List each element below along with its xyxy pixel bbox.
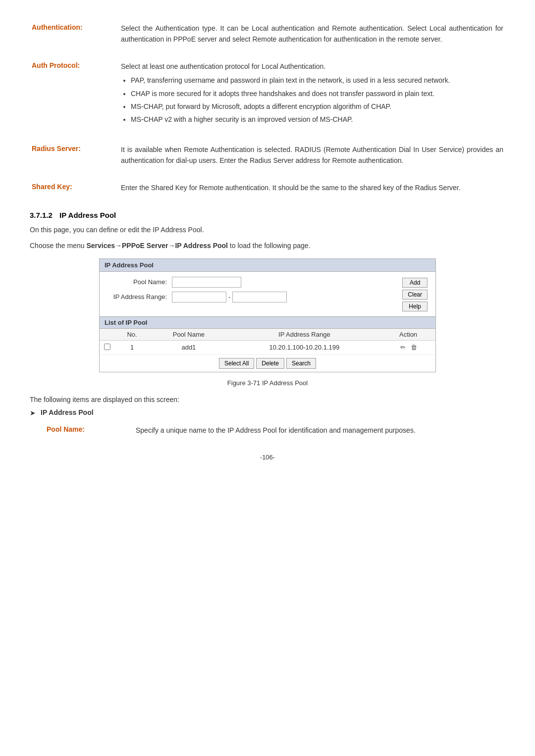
auth-protocol-content: Select at least one authentication proto…	[119, 58, 505, 131]
ip-address-pool-widget: IP Address Pool Pool Name: IP Address Ra…	[99, 258, 436, 372]
col-no: No.	[114, 329, 150, 341]
pool-name-field-label: Pool Name:	[45, 422, 134, 439]
list-header: List of IP Pool	[100, 316, 435, 329]
ip-range-row: IP Address Range: -	[107, 292, 397, 302]
action-icons: ✏ 🗑	[385, 343, 431, 352]
table-actions: Select All Delete Search	[100, 355, 435, 372]
select-all-button[interactable]: Select All	[219, 358, 254, 369]
bullet-pap: PAP, transferring username and password …	[131, 75, 503, 86]
delete-icon[interactable]: 🗑	[409, 343, 418, 352]
pool-name-row: Pool Name:	[107, 277, 397, 288]
row-no: 1	[114, 340, 150, 354]
shared-key-label: Shared Key:	[30, 179, 119, 196]
pool-name-section: Pool Name: Specify a unique name to the …	[45, 422, 520, 439]
widget-form: Pool Name: IP Address Range: -	[107, 277, 397, 311]
pool-name-label: Pool Name:	[107, 278, 172, 286]
bullet-mschap: MS-CHAP, put forward by Microsoft, adopt…	[131, 101, 503, 112]
col-pool-name: Pool Name	[150, 329, 228, 341]
auth-protocol-label: Auth Protocol:	[30, 58, 119, 131]
figure-caption: Figure 3-71 IP Address Pool	[30, 379, 505, 387]
section-number: 3.7.1.2	[30, 211, 53, 219]
menu-path-suffix: to load the following page.	[228, 242, 311, 250]
widget-header: IP Address Pool	[100, 259, 435, 272]
add-button[interactable]: Add	[402, 278, 428, 288]
help-button[interactable]: Help	[402, 302, 428, 311]
page-number: -106-	[260, 454, 275, 461]
items-intro: The following items are displayed on thi…	[30, 396, 505, 403]
description-line1: On this page, you can define or edit the…	[30, 224, 505, 235]
auth-protocol-list: PAP, transferring username and password …	[131, 75, 503, 125]
ip-range-dash: -	[228, 293, 230, 301]
authentication-description: Select the Authentication type. It can b…	[119, 20, 505, 48]
arrow-symbol: ➤	[30, 409, 36, 417]
widget-body: Pool Name: IP Address Range: - Add Clear…	[100, 272, 435, 316]
bullet-mschapv2: MS-CHAP v2 with a higher security is an …	[131, 114, 503, 125]
row-checkbox-cell[interactable]	[100, 340, 114, 354]
section-heading: 3.7.1.2 IP Address Pool	[30, 211, 505, 219]
radius-server-description: It is available when Remote Authenticati…	[119, 141, 505, 169]
edit-icon[interactable]: ✏	[398, 343, 407, 352]
row-ip-range: 10.20.1.100-10.20.1.199	[228, 340, 381, 354]
section-title: IP Address Pool	[59, 211, 116, 219]
radius-server-label: Radius Server:	[30, 141, 119, 169]
shared-key-description: Enter the Shared Key for Remote authenti…	[119, 179, 505, 196]
row-checkbox[interactable]	[104, 344, 110, 350]
delete-button[interactable]: Delete	[256, 358, 284, 369]
ip-range-start-input[interactable]	[172, 292, 226, 302]
authentication-section: Authentication: Select the Authenticatio…	[30, 20, 505, 48]
search-button[interactable]: Search	[286, 358, 316, 369]
widget-buttons: Add Clear Help	[402, 277, 428, 311]
radius-server-section: Radius Server: It is available when Remo…	[30, 141, 505, 169]
auth-protocol-intro: Select at least one authentication proto…	[121, 62, 325, 70]
ip-range-label: IP Address Range:	[107, 293, 172, 301]
row-action: ✏ 🗑	[381, 340, 435, 354]
pool-name-input[interactable]	[172, 277, 241, 288]
menu-path: Choose the menu Services→PPPoE Server→IP…	[30, 240, 505, 251]
pool-name-field-description: Specify a unique name to the IP Address …	[134, 422, 520, 439]
auth-protocol-section: Auth Protocol: Select at least one authe…	[30, 58, 505, 131]
page-footer: -106-	[30, 454, 505, 461]
col-action: Action	[381, 329, 435, 341]
row-pool-name: add1	[150, 340, 228, 354]
shared-key-section: Shared Key: Enter the Shared Key for Rem…	[30, 179, 505, 196]
table-header-row: No. Pool Name IP Address Range Action	[100, 329, 435, 341]
bullet-chap: CHAP is more secured for it adopts three…	[131, 88, 503, 99]
menu-path-prefix: Choose the menu	[30, 242, 86, 250]
authentication-label: Authentication:	[30, 20, 119, 48]
clear-button[interactable]: Clear	[402, 290, 428, 300]
col-checkbox	[100, 329, 114, 341]
ip-range-end-input[interactable]	[232, 292, 287, 302]
ip-pool-arrow-section: ➤ IP Address Pool	[30, 408, 505, 417]
pool-table: No. Pool Name IP Address Range Action 1 …	[100, 329, 435, 355]
table-row: 1 add1 10.20.1.100-10.20.1.199 ✏ 🗑	[100, 340, 435, 354]
ip-address-pool-label: IP Address Pool	[41, 408, 94, 416]
menu-path-bold: Services→PPPoE Server→IP Address Pool	[86, 242, 228, 250]
col-ip-range: IP Address Range	[228, 329, 381, 341]
